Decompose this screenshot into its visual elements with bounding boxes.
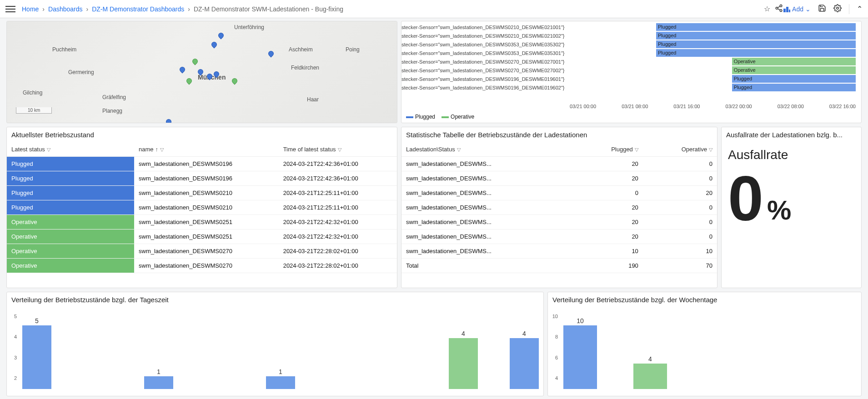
ausfall-label: Ausfallrate bbox=[728, 148, 855, 162]
time-tick: 03/21 08:00 bbox=[622, 104, 648, 109]
weekday-chart-panel: Verteilung der Betriebszustände bzgl. de… bbox=[547, 292, 862, 396]
table-row[interactable]: Pluggedswm_ladestationen_DESWMS01962024-… bbox=[7, 157, 397, 171]
map-city-label: Germering bbox=[68, 69, 94, 75]
filter-icon[interactable]: ▽ bbox=[47, 147, 50, 153]
status-cell: Operative bbox=[7, 229, 134, 244]
panel-title: Verteilung der Betriebstzustände bzgl. d… bbox=[7, 292, 543, 307]
operative-cell: 0 bbox=[643, 229, 717, 244]
station-cell: swm_ladestationen_DESWMS... bbox=[401, 186, 576, 200]
table-row[interactable]: Operativeswm_ladestationen_DESWMS0270202… bbox=[7, 259, 397, 273]
add-button[interactable]: Add ⌄ bbox=[783, 5, 811, 13]
ausfall-panel: Ausfallrate der Ladestationen bzlg. b...… bbox=[721, 127, 862, 288]
bar: 4 bbox=[510, 330, 539, 389]
table-row[interactable]: Operativeswm_ladestationen_DESWMS0270202… bbox=[7, 244, 397, 259]
svg-rect-5 bbox=[783, 9, 786, 12]
table-row[interactable]: Pluggedswm_ladestationen_DESWMS01962024-… bbox=[7, 171, 397, 186]
filter-icon[interactable]: ▽ bbox=[457, 147, 461, 153]
breadcrumb-home[interactable]: Home bbox=[22, 5, 39, 13]
status-bar: Operative bbox=[732, 66, 856, 74]
col-station[interactable]: Ladestation\Status▽ bbox=[401, 142, 576, 157]
time-tick: 03/22 00:00 bbox=[726, 104, 752, 109]
breadcrumb-sep: › bbox=[42, 5, 45, 13]
menu-icon[interactable] bbox=[5, 4, 15, 14]
filter-icon[interactable]: ▽ bbox=[160, 147, 164, 153]
col-name[interactable]: name↑▽ bbox=[134, 142, 279, 157]
stat-table: Ladestation\Status▽ Plugged▽ Operative▽ … bbox=[401, 142, 717, 273]
table-row[interactable]: Operativeswm_ladestationen_DESWMS0251202… bbox=[7, 229, 397, 244]
name-cell: swm_ladestationen_DESWMS0196 bbox=[134, 157, 279, 171]
gear-icon[interactable] bbox=[833, 4, 842, 14]
filter-icon[interactable]: ▽ bbox=[709, 147, 712, 153]
legend-plugged: Plugged bbox=[415, 114, 435, 120]
table-row[interactable]: swm_ladestationen_DESWMS...200 bbox=[401, 215, 717, 229]
col-time[interactable]: Time of latest status▽ bbox=[279, 142, 397, 157]
time-cell: 2024-03-21T12:25:11+01:00 bbox=[279, 200, 397, 215]
col-status[interactable]: Latest status▽ bbox=[7, 142, 134, 157]
time-cell: 2024-03-21T12:25:11+01:00 bbox=[279, 186, 397, 200]
table-row[interactable]: Pluggedswm_ladestationen_DESWMS02102024-… bbox=[7, 186, 397, 200]
table-row[interactable]: swm_ladestationen_DESWMS...200 bbox=[401, 229, 717, 244]
status-cell: Plugged bbox=[7, 186, 134, 200]
time-cell: 2024-03-21T22:42:32+01:00 bbox=[279, 215, 397, 229]
map-city-label: Unterföhring bbox=[234, 24, 264, 30]
plugged-cell: 20 bbox=[576, 200, 643, 215]
time-cell: 2024-03-21T22:28:02+01:00 bbox=[279, 244, 397, 259]
breadcrumb-current: DZ-M Demonstrator SWM-Ladestationen - Bu… bbox=[194, 5, 343, 13]
save-icon[interactable] bbox=[818, 4, 826, 14]
table-row[interactable]: swm_ladestationen_DESWMS...200 bbox=[401, 200, 717, 215]
svg-rect-6 bbox=[786, 7, 788, 12]
col-operative[interactable]: Operative▽ bbox=[643, 142, 717, 157]
station-cell: swm_ladestationen_DESWMS... bbox=[401, 229, 576, 244]
sensor-label: stecker-Sensor="swm_ladestationen_DESWMS… bbox=[401, 66, 564, 75]
operative-cell: 0 bbox=[643, 215, 717, 229]
time-cell: 2024-03-21T22:42:32+01:00 bbox=[279, 229, 397, 244]
chevron-up-icon[interactable]: ⌃ bbox=[857, 5, 863, 13]
time-cell: 2024-03-21T22:42:36+01:00 bbox=[279, 171, 397, 186]
sensor-label: stecker-Sensor="swm_ladestationen_DESWMS… bbox=[401, 49, 564, 58]
table-row[interactable]: Pluggedswm_ladestationen_DESWMS02102024-… bbox=[7, 200, 397, 215]
stat-table-panel: Statistische Tabelle der Betriebszuständ… bbox=[401, 127, 717, 288]
panel-title: Aktuellster Betriebszustand bbox=[7, 127, 397, 142]
time-cell: 2024-03-21T22:42:36+01:00 bbox=[279, 157, 397, 171]
map-city-label: Puchheim bbox=[52, 46, 76, 53]
table-row[interactable]: swm_ladestationen_DESWMS...1010 bbox=[401, 244, 717, 259]
filter-icon[interactable]: ▽ bbox=[635, 147, 638, 153]
status-bar: Plugged bbox=[732, 84, 856, 91]
map-panel[interactable]: Unterföhring Puchheim Aschheim Poing Ger… bbox=[6, 21, 397, 123]
filter-icon[interactable]: ▽ bbox=[338, 147, 341, 153]
bar: 5 bbox=[22, 317, 51, 389]
map-city-label: Aschheim bbox=[289, 46, 313, 53]
time-cell: 2024-03-21T22:28:02+01:00 bbox=[279, 259, 397, 273]
map-city-label: Haar bbox=[307, 96, 319, 103]
col-plugged[interactable]: Plugged▽ bbox=[576, 142, 643, 157]
star-icon[interactable]: ☆ bbox=[764, 5, 770, 13]
station-cell: swm_ladestationen_DESWMS... bbox=[401, 200, 576, 215]
time-tick: 03/21 00:00 bbox=[570, 104, 596, 109]
share-icon[interactable] bbox=[775, 4, 783, 14]
ausfall-unit: % bbox=[767, 197, 791, 224]
map-city-label: Feldkirchen bbox=[291, 65, 319, 71]
panel-title: Statistische Tabelle der Betriebszuständ… bbox=[401, 127, 717, 142]
status-bar: Plugged bbox=[656, 40, 856, 48]
total-plugged: 190 bbox=[576, 259, 643, 273]
status-bar: Operative bbox=[732, 58, 856, 65]
map-scale: 10 km bbox=[16, 107, 52, 114]
status-bar: Plugged bbox=[656, 32, 856, 40]
table-row[interactable]: swm_ladestationen_DESWMS...200 bbox=[401, 171, 717, 186]
name-cell: swm_ladestationen_DESWMS0251 bbox=[134, 229, 279, 244]
table-row[interactable]: Operativeswm_ladestationen_DESWMS0251202… bbox=[7, 215, 397, 229]
plugged-cell: 20 bbox=[576, 229, 643, 244]
legend-swatch bbox=[406, 116, 413, 118]
breadcrumb-parent[interactable]: DZ-M Demonstrator Dashboards bbox=[92, 5, 184, 13]
time-tick: 03/22 08:00 bbox=[778, 104, 804, 109]
name-cell: swm_ladestationen_DESWMS0196 bbox=[134, 171, 279, 186]
svg-line-3 bbox=[778, 6, 780, 7]
time-tick: 03/21 16:00 bbox=[673, 104, 700, 109]
table-row[interactable]: swm_ladestationen_DESWMS...200 bbox=[401, 157, 717, 171]
operative-cell: 0 bbox=[643, 200, 717, 215]
status-cell: Operative bbox=[7, 259, 134, 273]
breadcrumb-dashboards[interactable]: Dashboards bbox=[48, 5, 83, 13]
sort-asc-icon[interactable]: ↑ bbox=[156, 146, 159, 153]
table-row[interactable]: swm_ladestationen_DESWMS...020 bbox=[401, 186, 717, 200]
bar: 1 bbox=[144, 368, 173, 389]
